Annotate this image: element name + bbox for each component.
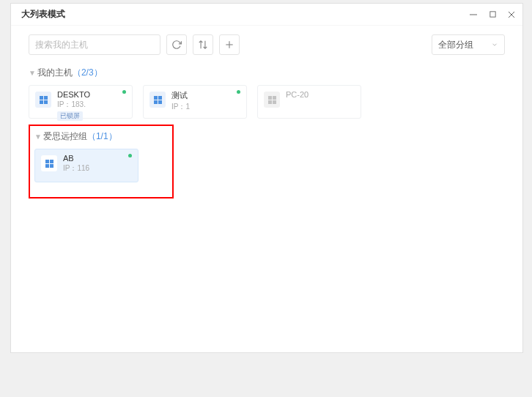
refresh-icon xyxy=(171,40,182,50)
window-controls xyxy=(468,10,517,20)
section-header[interactable]: ▼ 爱思远控组 （1/1） xyxy=(34,130,165,149)
host-name: 测试 xyxy=(171,90,190,101)
host-ip: IP：1 xyxy=(171,102,190,112)
host-card[interactable]: DESKTO IP：183. 已锁屏 xyxy=(29,85,133,119)
windows-icon xyxy=(41,155,57,171)
online-dot xyxy=(122,90,126,94)
plus-icon xyxy=(224,40,234,50)
content-area: ▼ 我的主机 （2/3） DESKTO IP：183. 已锁屏 xyxy=(11,64,522,352)
app-window: 大列表模式 全部分组 ▼ 我的主机 （2/3） xyxy=(10,3,523,353)
host-ip: IP：183. xyxy=(57,100,90,110)
add-button[interactable] xyxy=(219,34,240,55)
svg-rect-1 xyxy=(489,12,495,17)
highlighted-section-box: ▼ 爱思远控组 （1/1） AB IP：116 xyxy=(29,125,174,198)
windows-icon xyxy=(149,92,166,108)
host-card[interactable]: 测试 IP：1 xyxy=(143,85,247,119)
refresh-button[interactable] xyxy=(166,34,187,55)
minimize-button[interactable] xyxy=(468,10,479,20)
section-my-hosts: ▼ 我的主机 （2/3） DESKTO IP：183. 已锁屏 xyxy=(29,64,505,119)
group-filter-label: 全部分组 xyxy=(438,39,473,51)
windows-icon xyxy=(35,92,51,108)
group-filter-select[interactable]: 全部分组 xyxy=(432,34,505,55)
host-card[interactable]: AB IP：116 xyxy=(34,149,138,182)
host-name: AB xyxy=(63,154,89,163)
section-header[interactable]: ▼ 我的主机 （2/3） xyxy=(29,64,505,85)
section-count: （1/1） xyxy=(87,130,117,143)
maximize-button[interactable] xyxy=(487,10,498,20)
section-label: 我的主机 xyxy=(37,67,73,79)
windows-icon xyxy=(264,92,280,108)
collapse-icon: ▼ xyxy=(34,133,42,141)
close-button[interactable] xyxy=(506,10,517,20)
titlebar: 大列表模式 xyxy=(11,4,522,26)
card-row: AB IP：116 xyxy=(34,149,165,182)
section-label: 爱思远控组 xyxy=(43,130,87,143)
host-name: PC-20 xyxy=(286,90,309,99)
section-aisi-group: ▼ 爱思远控组 （1/1） AB IP：116 xyxy=(34,130,165,182)
card-row: DESKTO IP：183. 已锁屏 测试 IP：1 xyxy=(29,85,505,119)
host-name: DESKTO xyxy=(57,90,90,99)
window-title: 大列表模式 xyxy=(21,8,65,21)
collapse-icon: ▼ xyxy=(29,69,36,77)
online-dot xyxy=(128,154,132,157)
online-dot xyxy=(237,90,240,94)
host-card[interactable]: PC-20 xyxy=(257,85,361,119)
sort-icon xyxy=(198,40,208,50)
sort-button[interactable] xyxy=(193,34,213,55)
host-ip: IP：116 xyxy=(63,163,89,174)
toolbar: 全部分组 xyxy=(11,26,522,64)
chevron-down-icon xyxy=(491,41,498,48)
section-count: （2/3） xyxy=(73,67,103,79)
lock-badge: 已锁屏 xyxy=(57,111,83,121)
search-input[interactable] xyxy=(29,34,160,55)
